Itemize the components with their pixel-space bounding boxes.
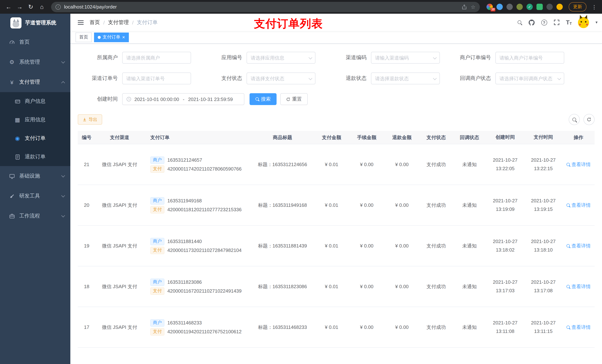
font-size-icon[interactable]: TT (566, 20, 572, 25)
profile-avatar-icon[interactable] (557, 4, 563, 10)
cell-channel: 微信 JSAPI 支付 (96, 161, 144, 168)
col-header-channel: 支付渠道 (96, 134, 144, 141)
filter-channel-code: 渠道编码 (327, 52, 451, 64)
channel-order-no-field[interactable] (122, 73, 191, 84)
cell-order: 商户 1635311157136 (144, 363, 251, 364)
hamburger-icon[interactable] (78, 19, 84, 26)
sidebar-item-infrastructure[interactable]: 基础设施 (0, 166, 70, 186)
view-detail-link[interactable]: 查看详情 (566, 283, 591, 290)
home-icon[interactable]: ⌂ (37, 2, 47, 12)
tab-pay-order[interactable]: 支付订单 × (94, 32, 129, 42)
browser-menu-icon[interactable]: ⋮ (590, 4, 598, 10)
sidebar-item-dev-tools[interactable]: 研发工具 (0, 186, 70, 206)
cell-notify: 未通知 (453, 324, 486, 331)
date-start[interactable]: 2021-10-01 00:00:00 (134, 96, 179, 102)
export-button[interactable]: 导出 (78, 114, 102, 125)
forward-icon[interactable]: → (15, 2, 24, 12)
view-detail-link[interactable]: 查看详情 (566, 161, 591, 168)
address-bar[interactable]: i localhost:1024/pay/order ☆ (51, 2, 480, 12)
sidebar-item-workflow[interactable]: 工作流程 (0, 206, 70, 226)
search-icon (566, 285, 570, 288)
search-icon[interactable] (517, 20, 522, 25)
merchant-input[interactable] (122, 52, 191, 64)
pay-badge: 支付 (150, 287, 164, 295)
merchant-select[interactable] (122, 52, 191, 64)
channel-code-input[interactable] (371, 52, 440, 64)
tab-label: 支付订单 (103, 34, 120, 40)
credit-card-icon (14, 99, 21, 104)
github-icon[interactable] (528, 19, 535, 26)
pay-order-no: 4200001174202110278060590766 (167, 166, 242, 172)
merchant-badge: 商户 (150, 278, 164, 286)
view-detail-link[interactable]: 查看详情 (566, 242, 591, 249)
tab-home[interactable]: 首页 (75, 32, 92, 42)
extension-icon[interactable] (496, 4, 503, 10)
table-row: 20 微信 JSAPI 支付 商户 1635311949168 支付 42000… (78, 185, 595, 226)
cell-amount: ¥ 0.01 (314, 324, 349, 330)
app-id-input[interactable] (247, 52, 315, 64)
breadcrumb-item[interactable]: 首页 (90, 19, 100, 26)
merchant-order-no-input[interactable] (495, 52, 564, 64)
grid-icon: ▦ (14, 116, 21, 123)
back-icon[interactable]: ← (4, 2, 13, 12)
channel-order-no-input[interactable] (122, 73, 191, 84)
extension-icon[interactable] (537, 4, 543, 10)
sidebar-item-pay-order[interactable]: ◉ 支付订单 (0, 129, 70, 148)
user-avatar[interactable] (578, 17, 589, 28)
pay-order-no: 4200001167202110271022491439 (167, 288, 242, 294)
extension-icon[interactable]: 10 (486, 4, 493, 10)
extensions-area: 10 ✓ (484, 4, 565, 10)
navbar-actions: ? TT ▾ (517, 17, 602, 28)
refresh-button[interactable] (583, 114, 595, 125)
sidebar-item-system[interactable]: ⚙ 系统管理 (0, 52, 70, 72)
date-end[interactable]: 2021-10-31 23:59:59 (188, 96, 233, 102)
url-text[interactable]: localhost:1024/pay/order (64, 4, 458, 10)
extension-icon[interactable] (516, 4, 523, 10)
date-range-picker[interactable]: 2021-10-01 00:00:00 - 2021-10-31 23:59:5… (122, 93, 244, 105)
site-info-icon[interactable]: i (55, 4, 61, 10)
filter-label: 创建时间 (78, 96, 122, 103)
sidebar-item-home[interactable]: 首页 (0, 32, 70, 52)
app-logo-area: 芋道管理系统 (0, 14, 70, 32)
pay-badge: 支付 (150, 247, 164, 254)
extension-icon[interactable] (547, 4, 553, 10)
table-row: 19 微信 JSAPI 支付 商户 1635311881440 支付 42000… (78, 226, 595, 266)
help-icon[interactable]: ? (541, 20, 547, 25)
col-header-refund: 退款金额 (384, 134, 419, 141)
share-icon[interactable] (462, 4, 467, 10)
sidebar-item-payment[interactable]: ¥ 支付管理 (0, 72, 70, 92)
cell-paid: 2021-10-27 13:22:15 (524, 156, 562, 173)
notify-status-select[interactable] (495, 73, 564, 84)
sidebar-item-refund-order[interactable]: 退款订单 (0, 148, 70, 166)
close-icon[interactable]: × (122, 35, 125, 40)
search-button[interactable]: 搜索 (249, 93, 277, 105)
sidebar-item-label: 退款订单 (25, 154, 45, 160)
channel-code-select[interactable] (371, 52, 440, 64)
pay-status-input[interactable] (247, 73, 315, 84)
breadcrumb-item[interactable]: 支付管理 (108, 19, 129, 26)
reload-icon[interactable]: ↻ (26, 2, 35, 12)
fullscreen-icon[interactable] (553, 19, 559, 26)
app-id-select[interactable] (247, 52, 315, 64)
sidebar-item-app-info[interactable]: ▦ 应用信息 (0, 111, 70, 129)
top-navbar: 首页 / 支付管理 / 支付订单 支付订单列表 ? TT ▾ (70, 14, 602, 31)
table-header: 编号 支付渠道 支付订单 商品标题 支付金额 手续金额 退款金额 支付状态 回调… (78, 131, 595, 144)
view-detail-link[interactable]: 查看详情 (566, 202, 591, 208)
notify-status-input[interactable] (495, 73, 564, 84)
cell-fee: ¥ 0.00 (349, 162, 384, 167)
merchant-order-no-field[interactable] (495, 52, 564, 64)
target-icon: ◉ (14, 135, 21, 142)
pay-status-select[interactable] (247, 73, 315, 84)
extension-icon[interactable] (506, 4, 513, 10)
extension-icon[interactable]: ✓ (527, 4, 533, 10)
user-dropdown-caret-icon[interactable]: ▾ (595, 20, 598, 25)
sidebar-item-merchant-info[interactable]: 商户信息 (0, 92, 70, 111)
refund-status-input[interactable] (371, 73, 440, 84)
refund-status-select[interactable] (371, 73, 440, 84)
view-detail-link[interactable]: 查看详情 (566, 324, 591, 331)
browser-update-button[interactable]: 更新 (569, 2, 586, 11)
cell-notify: 未通知 (453, 283, 486, 290)
bookmark-star-icon[interactable]: ☆ (471, 4, 475, 10)
show-search-toggle-button[interactable] (569, 114, 580, 125)
reset-button[interactable]: 重置 (280, 93, 308, 105)
